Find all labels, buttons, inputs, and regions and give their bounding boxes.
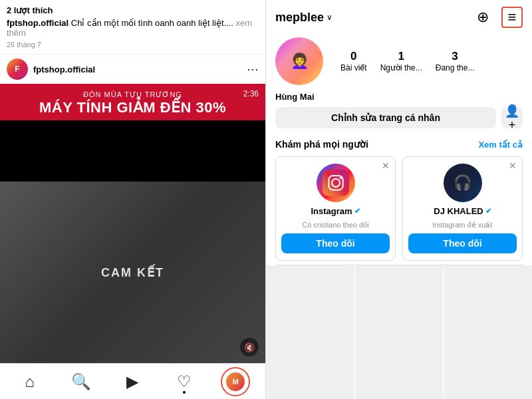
nav-search[interactable]: 🔍 (66, 367, 96, 396)
ad-title-small: ĐÓN MÙA TỰU TRƯỜNG (9, 90, 256, 99)
store-shelves-bg: CAM KẾT (0, 182, 265, 363)
header-icons: ⊕ ≡ (472, 7, 523, 28)
view-all-link[interactable]: Xem tất cả (478, 140, 523, 150)
nav-reels[interactable]: ▶ (118, 367, 147, 396)
following-label: Đang the... (436, 63, 475, 72)
grid-cell (355, 265, 443, 399)
video-duration: 2:36 (243, 89, 259, 98)
story-avatar[interactable]: F (7, 59, 28, 80)
username-row: mepblee ∨ (275, 11, 332, 25)
caption-username[interactable]: fptshop.official (7, 18, 68, 28)
profile-info: 👩‍🦱 0 Bài viết 1 Người the... 3 Đang the… (266, 32, 532, 92)
chevron-down-icon[interactable]: ∨ (327, 13, 332, 22)
story-row: F fptshop.official ⋯ (0, 54, 265, 84)
menu-button[interactable]: ≡ (501, 7, 523, 28)
stat-following[interactable]: 3 Đang the... (436, 50, 475, 72)
profile-username: mepblee (275, 11, 324, 25)
following-count: 3 (452, 50, 458, 63)
instagram-card-avatar (317, 164, 355, 202)
profile-stats: 0 Bài viết 1 Người the... 3 Đang the... (334, 50, 523, 72)
instagram-card-name: Instagram ✔ (311, 206, 360, 216)
djkhaled-card-name: DJ KHALED ✔ (434, 206, 491, 216)
volume-icon[interactable]: 🔇 (240, 338, 259, 356)
nav-home[interactable]: ⌂ (15, 367, 45, 396)
profile-nav-avatar: M (226, 372, 245, 391)
bottom-nav: ⌂ 🔍 ▶ ♡ M (0, 363, 265, 399)
story-username[interactable]: fptshop.official (33, 65, 241, 74)
search-icon: 🔍 (71, 372, 91, 391)
home-icon: ⌂ (25, 372, 35, 391)
follow-djkhaled-button[interactable]: Theo dõi (408, 233, 517, 253)
cam-ket-text: CAM KẾT (101, 265, 164, 280)
djkhaled-card-avatar: 🎧 (444, 164, 482, 202)
ad-title-big: MÁY TÍNH GIẢM ĐẾN 30% (9, 99, 256, 116)
discover-section: Khám phá mọi người Xem tất cả ✕ (266, 135, 532, 265)
verified-badge-djkhaled: ✔ (485, 207, 491, 215)
svg-rect-0 (323, 170, 349, 196)
left-panel: 2 lượt thích fptshop.official Chỉ cần mộ… (0, 0, 266, 399)
more-options-icon[interactable]: ⋯ (247, 62, 259, 76)
djkhaled-photo: 🎧 (444, 164, 482, 202)
discover-title: Khám phá mọi người (275, 139, 368, 150)
post-date: 26 tháng 7 (7, 41, 259, 49)
profile-full-name: Hùng Mai (266, 92, 532, 107)
profile-grid (266, 265, 532, 399)
heart-icon: ♡ (177, 372, 192, 391)
notification-dot (183, 391, 186, 394)
close-djkhaled-card-button[interactable]: ✕ (509, 161, 517, 170)
discover-header: Khám phá mọi người Xem tất cả (275, 139, 523, 150)
ad-overlay: ĐÓN MÙA TỰU TRƯỜNG MÁY TÍNH GIẢM ĐẾN 30% (0, 84, 265, 120)
verified-badge: ✔ (354, 207, 360, 215)
nav-heart[interactable]: ♡ (170, 367, 199, 396)
post-media[interactable]: ĐÓN MÙA TỰU TRƯỜNG MÁY TÍNH GIẢM ĐẾN 30%… (0, 84, 265, 363)
edit-profile-button[interactable]: Chỉnh sửa trang cá nhân (275, 107, 496, 128)
profile-header: mepblee ∨ ⊕ ≡ (266, 0, 532, 32)
grid-cell (444, 265, 532, 399)
followers-count: 1 (398, 50, 404, 63)
stat-posts[interactable]: 0 Bài viết (340, 50, 367, 72)
likes-count: 2 lượt thích (7, 5, 259, 15)
instagram-card-sub: Có cristiano theo dõi (302, 220, 368, 229)
posts-label: Bài viết (340, 63, 367, 72)
close-instagram-card-button[interactable]: ✕ (382, 161, 390, 170)
follow-instagram-button[interactable]: Theo dõi (281, 233, 390, 253)
profile-actions: Chỉnh sửa trang cá nhân 👤+ (266, 107, 532, 135)
right-panel: mepblee ∨ ⊕ ≡ 👩‍🦱 0 Bài viết 1 Người the… (266, 0, 532, 399)
caption-text: Chỉ cần một mối tình oanh oanh liệt liệt… (71, 18, 233, 28)
stat-followers[interactable]: 1 Người the... (380, 50, 422, 72)
add-content-button[interactable]: ⊕ (472, 7, 493, 28)
grid-cell (266, 265, 354, 399)
followers-label: Người the... (380, 63, 422, 72)
reels-icon: ▶ (126, 372, 138, 391)
add-friend-button[interactable]: 👤+ (501, 107, 523, 128)
discover-card-djkhaled: ✕ 🎧 DJ KHALED ✔ Instagram đề xuất Theo d… (402, 156, 523, 261)
posts-count: 0 (350, 50, 356, 63)
djkhaled-card-sub: Instagram đề xuất (433, 220, 493, 229)
svg-point-3 (339, 177, 341, 179)
profile-avatar: 👩‍🦱 (275, 37, 323, 85)
nav-profile[interactable]: M (221, 367, 250, 396)
discover-cards: ✕ (275, 156, 523, 261)
discover-card-instagram: ✕ (275, 156, 396, 261)
post-caption: fptshop.official Chỉ cần một mối tình oa… (7, 18, 259, 38)
post-header: 2 lượt thích fptshop.official Chỉ cần mộ… (0, 0, 265, 54)
